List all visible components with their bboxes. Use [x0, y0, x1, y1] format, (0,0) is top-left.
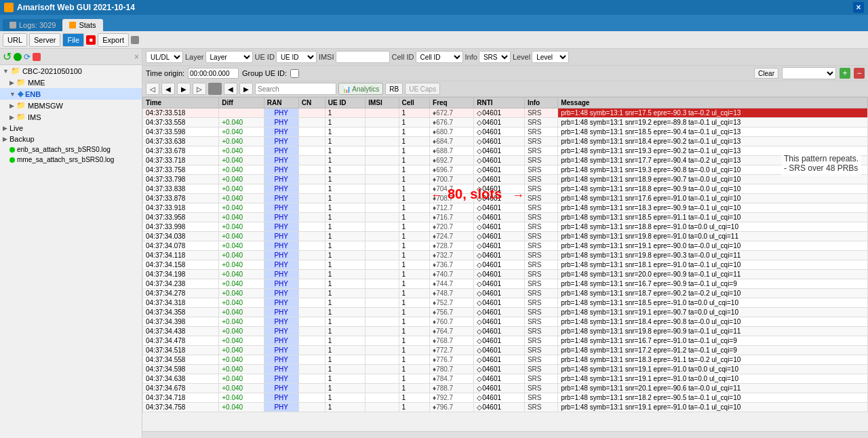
nav-next-button[interactable]: ▶ — [177, 83, 191, 95]
file-button[interactable]: File — [62, 33, 84, 47]
sidebar-item-enb[interactable]: ▼ ◈ ENB — [0, 88, 142, 100]
clear-button[interactable]: Clear — [754, 68, 778, 79]
table-row[interactable]: 04:37:34.718+0.040PHY11♦792.7◇04601SRSpr… — [143, 393, 868, 403]
table-cell: ♦796.7 — [430, 403, 474, 412]
table-row[interactable]: 04:37:34.118+0.040PHY11♦732.7◇04601SRSpr… — [143, 251, 868, 260]
table-row[interactable]: 04:37:34.598+0.040PHY11♦780.7◇04601SRSpr… — [143, 365, 868, 374]
table-row[interactable]: 04:37:34.198+0.040PHY11♦740.7◇04601SRSpr… — [143, 270, 868, 279]
table-row[interactable]: 04:37:33.718+0.040PHY11♦692.7◇04601SRSpr… — [143, 156, 868, 165]
level-select[interactable]: Level — [532, 51, 569, 63]
sidebar-item-backup[interactable]: ▶ Backup — [0, 134, 142, 144]
arrow-right-button[interactable]: ▶ — [239, 83, 253, 95]
ue-caps-button[interactable]: UE Caps — [405, 83, 440, 95]
table-cell: ◇04601 — [474, 165, 525, 175]
table-row[interactable]: 04:37:33.878+0.040PHY11♦708.7◇04601SRSpr… — [143, 194, 868, 203]
table-row[interactable]: 04:37:33.558+0.040PHY11♦676.7◇04601SRSpr… — [143, 118, 868, 127]
export-button[interactable]: Export — [98, 33, 129, 47]
table-row[interactable]: 04:37:34.758+0.040PHY11♦796.7◇04601SRSpr… — [143, 403, 868, 412]
close-sidebar-icon[interactable]: × — [134, 52, 139, 62]
settings-icon[interactable] — [131, 36, 139, 44]
table-row[interactable]: 04:37:33.798+0.040PHY11♦700.7◇04601SRSpr… — [143, 175, 868, 184]
close-button[interactable]: × — [853, 2, 864, 13]
server-button[interactable]: Server — [29, 33, 60, 47]
imsi-input[interactable] — [336, 51, 390, 63]
table-row[interactable]: 04:37:34.278+0.040PHY11♦748.7◇04601SRSpr… — [143, 289, 868, 298]
analytics-button[interactable]: 📊 Analytics — [338, 83, 383, 95]
add-button[interactable]: + — [840, 68, 850, 79]
table-row[interactable]: 04:37:33.598+0.040PHY11♦680.7◇04601SRSpr… — [143, 127, 868, 137]
arrow-left-button[interactable]: ◀ — [224, 83, 237, 95]
nav-back-button[interactable]: ◁ — [146, 83, 159, 95]
rb-button[interactable]: RB — [385, 83, 403, 95]
col-info[interactable]: Info — [524, 98, 557, 108]
table-row[interactable]: 04:37:33.638+0.040PHY11♦684.7◇04601SRSpr… — [143, 137, 868, 146]
sidebar-item-enb-log[interactable]: enb_sa_attach_srs_bSRS0.log — [0, 144, 142, 155]
col-cell[interactable]: Cell — [399, 98, 430, 108]
table-row[interactable]: 04:37:34.318+0.040PHY11♦752.7◇04601SRSpr… — [143, 298, 868, 308]
group-ueid-checkbox[interactable] — [290, 69, 299, 78]
col-cn[interactable]: CN — [298, 98, 325, 108]
sidebar-root[interactable]: ▼ 📁 CBC-2021050100 — [0, 65, 142, 77]
table-row[interactable]: 04:37:33.518PHY11♦672.7◇04601SRSprb=1:48… — [143, 108, 868, 118]
sidebar-item-ims[interactable]: ▶ 📁 IMS — [0, 111, 142, 123]
table-row[interactable]: 04:37:33.678+0.040PHY11♦688.7◇04601SRSpr… — [143, 146, 868, 156]
table-row[interactable]: 04:37:34.678+0.040PHY11♦788.7◇04601SRSpr… — [143, 384, 868, 393]
nav-forward-button[interactable]: ▷ — [193, 83, 206, 95]
cellid-select[interactable]: Cell ID — [416, 51, 463, 63]
table-cell — [366, 165, 399, 175]
stop-record-icon[interactable] — [33, 53, 41, 61]
table-cell: 1 — [325, 156, 365, 165]
table-cell — [298, 146, 325, 156]
table-row[interactable]: 04:37:34.358+0.040PHY11♦756.7◇04601SRSpr… — [143, 308, 868, 317]
table-row[interactable]: 04:37:34.158+0.040PHY11♦736.7◇04601SRSpr… — [143, 260, 868, 270]
col-ueid[interactable]: UE ID — [325, 98, 365, 108]
table-row[interactable]: 04:37:34.518+0.040PHY11♦772.7◇04601SRSpr… — [143, 346, 868, 355]
sync-icon[interactable]: ⟳ — [24, 52, 31, 62]
table-row[interactable]: 04:37:34.078+0.040PHY11♦728.7◇04601SRSpr… — [143, 241, 868, 251]
table-cell: 1 — [325, 213, 365, 222]
sidebar-item-mbmsgw[interactable]: ▶ 📁 MBMSGW — [0, 100, 142, 111]
table-row[interactable]: 04:37:34.438+0.040PHY11♦764.7◇04601SRSpr… — [143, 327, 868, 336]
log-table-scroll[interactable]: Time Diff RAN CN UE ID IMSI Cell Freq RN… — [142, 97, 868, 431]
col-time[interactable]: Time — [143, 98, 219, 108]
nav-prev-button[interactable]: ◀ — [161, 83, 175, 95]
col-rnti[interactable]: RNTI — [474, 98, 525, 108]
table-row[interactable]: 04:37:33.758+0.040PHY11♦696.7◇04601SRSpr… — [143, 165, 868, 175]
sidebar-item-mme[interactable]: ▶ 📁 MME — [0, 77, 142, 88]
table-row[interactable]: 04:37:33.918+0.040PHY11♦712.7◇04601SRSpr… — [143, 203, 868, 213]
col-message[interactable]: Message — [558, 98, 868, 108]
horizontal-scrollbar[interactable] — [142, 431, 868, 438]
table-row[interactable]: 04:37:33.838+0.040PHY11♦704.7◇04601SRSpr… — [143, 184, 868, 194]
table-row[interactable]: 04:37:34.398+0.040PHY11♦760.7◇04601SRSpr… — [143, 317, 868, 327]
time-origin-input[interactable] — [188, 68, 239, 79]
col-freq[interactable]: Freq — [430, 98, 474, 108]
remove-button[interactable]: − — [854, 68, 865, 79]
refresh-icon[interactable]: ↺ — [3, 50, 12, 63]
table-row[interactable]: 04:37:34.038+0.040PHY11♦724.7◇04601SRSpr… — [143, 232, 868, 241]
table-cell: PHY — [264, 317, 298, 327]
uldl-select[interactable]: UL/DL — [146, 51, 183, 63]
time-format-select[interactable] — [782, 67, 836, 79]
sidebar-item-mme-log[interactable]: mme_sa_attach_srs_bSRS0.log — [0, 155, 142, 165]
table-row[interactable]: 04:37:34.638+0.040PHY11♦784.7◇04601SRSpr… — [143, 374, 868, 384]
toolbar: URL Server File ■ Export — [0, 31, 868, 49]
ueid-select[interactable]: UE ID — [276, 51, 317, 63]
col-diff[interactable]: Diff — [219, 98, 264, 108]
tab-stats[interactable]: Stats — [62, 19, 102, 31]
table-row[interactable]: 04:37:33.958+0.040PHY11♦716.7◇04601SRSpr… — [143, 213, 868, 222]
col-imsi[interactable]: IMSI — [366, 98, 399, 108]
tab-logs[interactable]: Logs: 3029 — [3, 19, 62, 31]
sidebar-item-live[interactable]: ▶ Live — [0, 123, 142, 134]
layer-select[interactable]: Layer — [205, 51, 253, 63]
table-row[interactable]: 04:37:34.238+0.040PHY11♦744.7◇04601SRSpr… — [143, 279, 868, 289]
search-input[interactable] — [255, 83, 336, 95]
table-row[interactable]: 04:37:34.478+0.040PHY11♦768.7◇04601SRSpr… — [143, 336, 868, 346]
table-row[interactable]: 04:37:34.558+0.040PHY11♦776.7◇04601SRSpr… — [143, 355, 868, 365]
stop-button[interactable]: ■ — [86, 35, 96, 45]
info-select[interactable]: SRS — [479, 51, 511, 63]
url-button[interactable]: URL — [3, 33, 27, 47]
col-ran[interactable]: RAN — [264, 98, 298, 108]
table-cell: 04:37:34.438 — [143, 327, 219, 336]
table-icon[interactable] — [208, 83, 222, 95]
table-row[interactable]: 04:37:33.998+0.040PHY11♦720.7◇04601SRSpr… — [143, 222, 868, 232]
